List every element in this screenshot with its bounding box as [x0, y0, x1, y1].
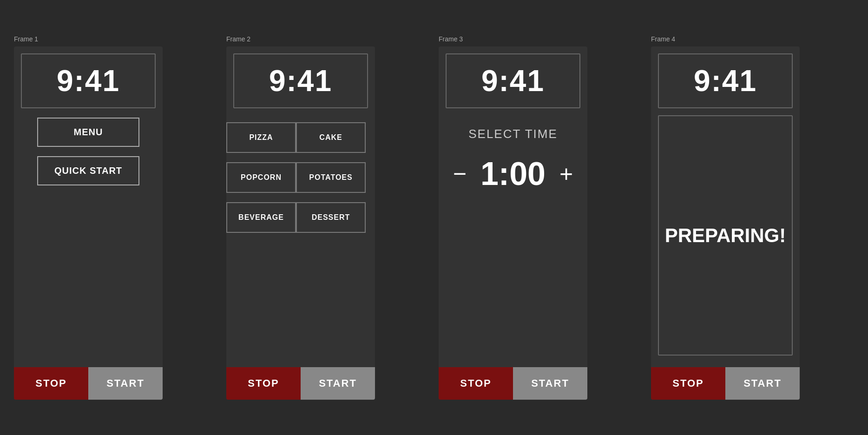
select-time-label: SELECT TIME	[468, 127, 558, 141]
frame-3-bottom-buttons: STOP START	[439, 367, 587, 400]
menu-grid: PIZZA CAKE POPCORN POTATOES BEVERAGE DES…	[226, 122, 366, 233]
menu-item-potatoes[interactable]: POTATOES	[296, 162, 366, 193]
frame-2: 9:41 PIZZA CAKE POPCORN POTATOES BEVERAG…	[226, 46, 375, 400]
frame-2-bottom-buttons: STOP START	[226, 367, 375, 400]
frame-1-start-button[interactable]: START	[88, 367, 163, 400]
frame-3-label: Frame 3	[439, 35, 463, 43]
frame-3: 9:41 SELECT TIME − 1:00 + STOP START	[439, 46, 587, 400]
frame-2-stop-button[interactable]: STOP	[226, 367, 301, 400]
frame-4-time: 9:41	[694, 64, 757, 98]
frame-2-label: Frame 2	[226, 35, 250, 43]
frame-1-spacer	[14, 281, 163, 368]
frame-3-time-display: 9:41	[446, 53, 580, 108]
frame-1-label: Frame 1	[14, 35, 38, 43]
frame-1-inner: 9:41 MENU QUICK START STOP START	[14, 46, 163, 400]
frame-2-spacer	[226, 233, 375, 367]
frame-4-stop-button[interactable]: STOP	[651, 367, 725, 400]
frame-4-time-display: 9:41	[658, 53, 793, 108]
frame-4-preparing-area: PREPARING!	[658, 115, 793, 356]
time-selector: − 1:00 +	[448, 155, 578, 192]
frame-2-wrapper: Frame 2 9:41 PIZZA CAKE POPCORN POTATOES	[222, 35, 434, 400]
frame-2-time: 9:41	[269, 64, 332, 98]
frame-4-inner: 9:41 PREPARING! STOP START	[651, 46, 800, 400]
frame-3-inner: 9:41 SELECT TIME − 1:00 + STOP START	[439, 46, 587, 400]
frame-1-wrapper: Frame 1 9:41 MENU QUICK START STOP START	[9, 35, 222, 400]
select-time-container: SELECT TIME − 1:00 +	[439, 127, 587, 192]
frame-1: 9:41 MENU QUICK START STOP START	[14, 46, 163, 400]
menu-row-1: PIZZA CAKE	[226, 122, 366, 153]
frame-1-time-display: 9:41	[21, 53, 156, 108]
increment-time-button[interactable]: +	[555, 160, 578, 187]
menu-item-beverage[interactable]: BEVERAGE	[226, 202, 296, 233]
frame-1-bottom-buttons: STOP START	[14, 367, 163, 400]
frame-2-start-button[interactable]: START	[301, 367, 375, 400]
frame-2-inner: 9:41 PIZZA CAKE POPCORN POTATOES BEVERAG…	[226, 46, 375, 400]
menu-button[interactable]: MENU	[37, 118, 139, 147]
frame-1-stop-button[interactable]: STOP	[14, 367, 88, 400]
frame-1-time: 9:41	[57, 64, 120, 98]
menu-item-cake[interactable]: CAKE	[296, 122, 366, 153]
quick-start-button[interactable]: QUICK START	[37, 156, 139, 185]
frame-4-bottom-buttons: STOP START	[651, 367, 800, 400]
menu-row-2: POPCORN POTATOES	[226, 162, 366, 193]
preparing-text: PREPARING!	[665, 224, 786, 247]
frame-3-start-button[interactable]: START	[513, 367, 587, 400]
menu-item-pizza[interactable]: PIZZA	[226, 122, 296, 153]
menu-item-dessert[interactable]: DESSERT	[296, 202, 366, 233]
frame-1-content: MENU QUICK START	[14, 108, 163, 281]
frame-4-top: 9:41 PREPARING!	[651, 46, 800, 367]
frame-3-time: 9:41	[481, 64, 545, 98]
frame-4-wrapper: Frame 4 9:41 PREPARING! STOP START	[646, 35, 859, 400]
frames-container: Frame 1 9:41 MENU QUICK START STOP START…	[0, 21, 868, 414]
frame-4: 9:41 PREPARING! STOP START	[651, 46, 800, 400]
frame-2-time-display: 9:41	[233, 53, 368, 108]
selected-time-display: 1:00	[480, 155, 546, 192]
frame-4-start-button[interactable]: START	[725, 367, 800, 400]
menu-item-popcorn[interactable]: POPCORN	[226, 162, 296, 193]
frame-4-label: Frame 4	[651, 35, 675, 43]
frame-3-stop-button[interactable]: STOP	[439, 367, 513, 400]
decrement-time-button[interactable]: −	[448, 160, 471, 187]
frame-3-wrapper: Frame 3 9:41 SELECT TIME − 1:00 + STOP	[434, 35, 646, 400]
frame-3-spacer	[439, 192, 587, 367]
menu-row-3: BEVERAGE DESSERT	[226, 202, 366, 233]
